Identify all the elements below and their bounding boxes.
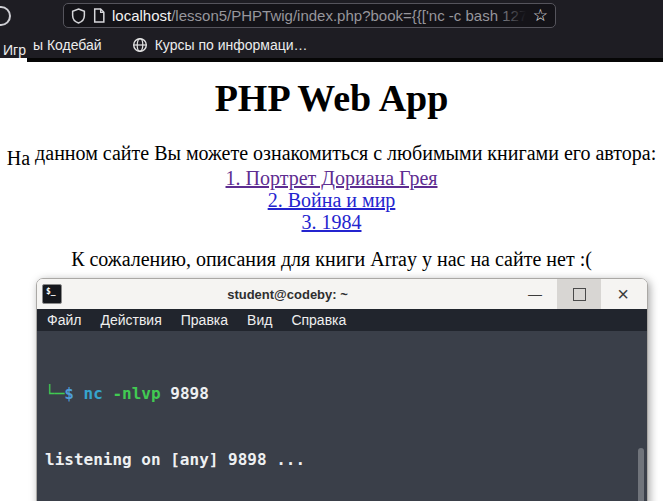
toolbar-partial-icon <box>0 6 11 26</box>
prompt-symbol: $ <box>64 384 74 403</box>
url-text[interactable]: localhost/lesson5/PHPTwig/index.php?book… <box>112 4 526 27</box>
browser-toolbar: localhost/lesson5/PHPTwig/index.php?book… <box>0 0 663 58</box>
terminal-menubar: Файл Действия Правка Вид Справка <box>37 309 647 331</box>
intro-text-part: На <box>7 147 30 169</box>
terminal-line: listening on [any] 9898 ... <box>45 449 647 471</box>
window-controls: — × <box>513 279 645 309</box>
minimize-button[interactable]: — <box>513 279 557 309</box>
terminal-titlebar[interactable]: $_ student@codeby: ~ — × <box>37 279 647 309</box>
bookmark-label-part: Игр <box>3 42 26 58</box>
menu-help[interactable]: Справка <box>291 312 346 328</box>
command-text: nc <box>84 384 103 403</box>
book-link-2[interactable]: 2. Война и мир <box>0 189 663 211</box>
bookmark-kursy[interactable]: Курсы по информаци… <box>132 37 308 53</box>
menu-edit[interactable]: Правка <box>181 312 228 328</box>
terminal-output[interactable]: └─$ nc -nlvp 9898 listening on [any] 989… <box>37 331 647 501</box>
page-icon[interactable] <box>93 8 105 23</box>
prompt-tail: └─ <box>45 384 64 403</box>
page-top-border <box>27 58 663 62</box>
intro-text: На данном сайте Вы можете ознакомиться с… <box>0 142 663 164</box>
url-host: localhost <box>112 7 171 24</box>
shield-icon[interactable] <box>71 8 86 24</box>
bookmark-igry-kodebay[interactable]: Игры Кодебай <box>3 37 102 53</box>
url-fade-overlay <box>496 4 526 27</box>
intro-text-part: данном сайте Вы можете ознакомиться с лю… <box>30 142 656 164</box>
terminal-prompt-line: └─$ nc -nlvp 9898 <box>45 383 647 405</box>
address-bar[interactable]: localhost/lesson5/PHPTwig/index.php?book… <box>63 3 556 28</box>
no-description-message: К сожалению, описания для книги Array у … <box>0 248 663 270</box>
bookmark-label: Курсы по информаци… <box>155 37 308 53</box>
bookmarks-bar: Игры Кодебай Курсы по информаци… <box>0 31 663 58</box>
command-flags: -nlvp <box>112 384 160 403</box>
globe-icon <box>132 37 148 53</box>
page-title: PHP Web App <box>0 76 663 120</box>
book-links: 1. Портрет Дориана Грея 2. Война и мир 3… <box>0 167 663 233</box>
minimize-icon: — <box>528 287 542 301</box>
menu-actions[interactable]: Действия <box>100 312 161 328</box>
menu-view[interactable]: Вид <box>247 312 272 328</box>
command-arg: 9898 <box>170 384 209 403</box>
close-button[interactable]: × <box>601 279 645 309</box>
book-link-1[interactable]: 1. Портрет Дориана Грея <box>0 167 663 189</box>
bookmark-label-part: ы Кодебай <box>33 37 102 53</box>
book-link-3[interactable]: 3. 1984 <box>0 211 663 233</box>
terminal-scrollbar[interactable] <box>638 448 644 501</box>
url-path: /lesson5/PHPTwig/index.php?book={{['nc -… <box>171 7 526 24</box>
terminal-window: $_ student@codeby: ~ — × Файл Действия П… <box>36 278 648 501</box>
page-content: PHP Web App На данном сайте Вы можете оз… <box>0 76 663 270</box>
maximize-icon <box>573 288 586 301</box>
terminal-app-icon: $_ <box>42 284 62 304</box>
maximize-button[interactable] <box>557 279 601 309</box>
bookmark-star-icon[interactable]: ☆ <box>533 6 548 26</box>
terminal-title: student@codeby: ~ <box>62 287 513 302</box>
close-icon: × <box>617 284 629 304</box>
menu-file[interactable]: Файл <box>47 312 81 328</box>
